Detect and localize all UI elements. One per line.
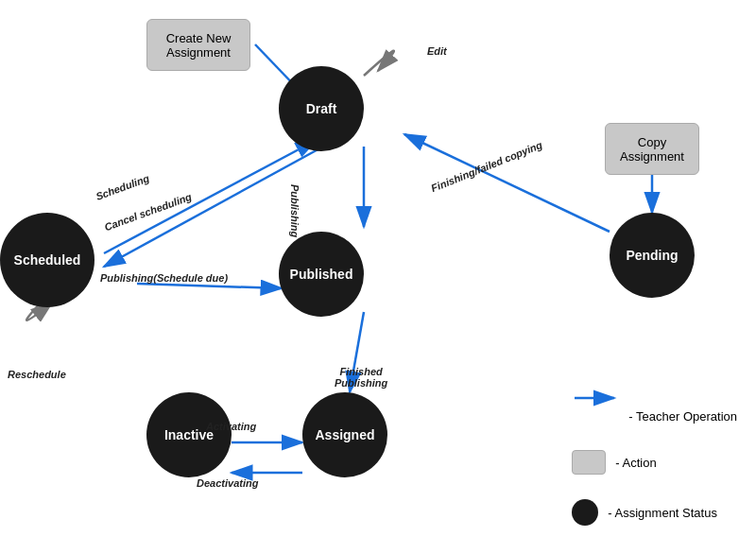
legend-action: - Action	[572, 450, 737, 475]
label-activating: Activating	[206, 421, 256, 432]
label-edit: Edit	[427, 45, 447, 57]
state-pending: Pending	[610, 213, 695, 298]
state-assigned: Assigned	[302, 392, 387, 477]
legend-status-label: - Assignment Status	[608, 506, 717, 520]
legend-status: - Assignment Status	[572, 499, 737, 526]
label-publishing: Publishing	[289, 184, 301, 237]
state-scheduled: Scheduled	[0, 213, 94, 307]
label-reschedule: Reschedule	[8, 369, 66, 380]
state-inactive: Inactive	[146, 392, 232, 477]
action-copy-assignment[interactable]: Copy Assignment	[605, 123, 699, 175]
label-finishing-failed: Finishing/failed copying	[429, 139, 543, 194]
legend-action-box	[572, 450, 606, 475]
label-scheduling: Scheduling	[94, 172, 151, 202]
action-create-assignment[interactable]: Create New Assignment	[146, 19, 250, 71]
legend-action-label: - Action	[615, 456, 656, 470]
legend-teacher-op: - Teacher Operation	[572, 407, 737, 425]
legend-arrow-teacher	[572, 407, 619, 425]
label-publishing-schedule: Publishing(Schedule due)	[100, 272, 228, 284]
diagram-container: Draft Scheduled Published Assigned Inact…	[0, 0, 756, 554]
legend-teacher-label: - Teacher Operation	[628, 409, 737, 424]
label-cancel-scheduling: Cancel scheduling	[103, 191, 193, 234]
svg-line-7	[137, 284, 282, 288]
legend: - Teacher Operation - Action - Assignmen…	[572, 407, 737, 526]
svg-line-5	[104, 140, 317, 253]
state-published: Published	[279, 232, 364, 317]
label-finished-publishing: Finished Publishing	[335, 355, 387, 389]
legend-status-circle	[572, 499, 598, 526]
state-draft: Draft	[279, 66, 364, 151]
label-deactivating: Deactivating	[197, 477, 258, 489]
